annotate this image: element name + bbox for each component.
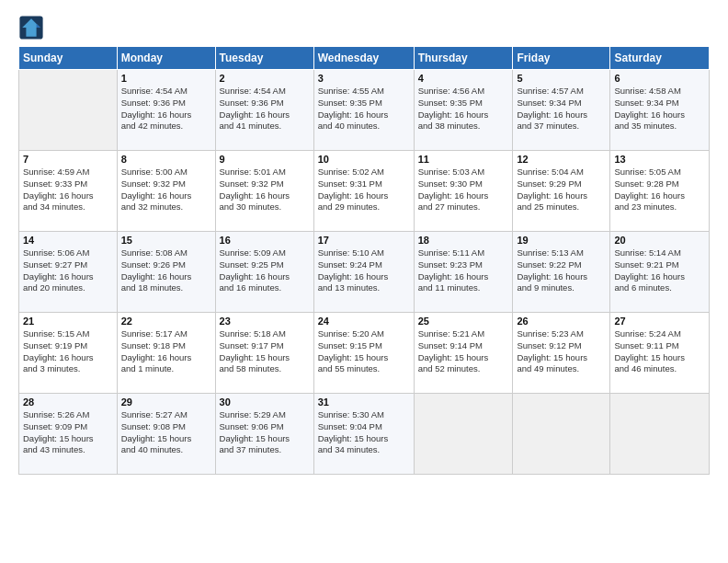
day-info: Sunrise: 4:54 AM Sunset: 9:36 PM Dayligh… [121,86,211,132]
day-info: Sunrise: 5:04 AM Sunset: 9:29 PM Dayligh… [517,167,606,213]
day-info: Sunrise: 4:57 AM Sunset: 9:34 PM Dayligh… [517,86,606,132]
day-number: 31 [318,396,410,408]
week-row-4: 28Sunrise: 5:26 AM Sunset: 9:09 PM Dayli… [19,394,710,475]
day-number: 19 [517,235,606,246]
day-info: Sunrise: 5:02 AM Sunset: 9:31 PM Dayligh… [318,167,410,213]
day-info: Sunrise: 5:27 AM Sunset: 9:08 PM Dayligh… [121,409,211,456]
week-row-0: 1Sunrise: 4:54 AM Sunset: 9:36 PM Daylig… [19,70,710,151]
day-info: Sunrise: 5:11 AM Sunset: 9:23 PM Dayligh… [418,247,509,294]
calendar: SundayMondayTuesdayWednesdayThursdayFrid… [18,46,710,475]
day-info: Sunrise: 5:24 AM Sunset: 9:11 PM Dayligh… [614,328,705,375]
day-cell: 27Sunrise: 5:24 AM Sunset: 9:11 PM Dayli… [610,313,710,394]
calendar-header: SundayMondayTuesdayWednesdayThursdayFrid… [19,47,710,70]
day-cell: 10Sunrise: 5:02 AM Sunset: 9:31 PM Dayli… [313,151,414,232]
day-number: 3 [318,73,410,84]
header-row: SundayMondayTuesdayWednesdayThursdayFrid… [19,47,710,70]
col-header-saturday: Saturday [610,47,710,70]
header [18,15,710,40]
day-number: 24 [318,316,410,327]
day-number: 15 [121,235,211,246]
logo-icon [18,15,44,40]
col-header-tuesday: Tuesday [215,47,313,70]
day-info: Sunrise: 5:30 AM Sunset: 9:04 PM Dayligh… [318,409,410,456]
day-cell [414,394,513,475]
day-number: 12 [517,154,606,165]
col-header-thursday: Thursday [414,47,513,70]
col-header-friday: Friday [513,47,610,70]
day-cell: 16Sunrise: 5:09 AM Sunset: 9:25 PM Dayli… [215,232,313,313]
day-info: Sunrise: 4:55 AM Sunset: 9:35 PM Dayligh… [318,86,410,132]
day-cell: 21Sunrise: 5:15 AM Sunset: 9:19 PM Dayli… [19,313,118,394]
day-info: Sunrise: 5:06 AM Sunset: 9:27 PM Dayligh… [23,247,113,294]
day-cell [19,70,118,151]
day-number: 10 [318,154,410,165]
day-cell: 17Sunrise: 5:10 AM Sunset: 9:24 PM Dayli… [313,232,414,313]
day-info: Sunrise: 5:05 AM Sunset: 9:28 PM Dayligh… [614,167,705,213]
day-cell: 13Sunrise: 5:05 AM Sunset: 9:28 PM Dayli… [610,151,710,232]
day-number: 21 [23,316,113,327]
day-cell: 11Sunrise: 5:03 AM Sunset: 9:30 PM Dayli… [414,151,513,232]
day-number: 29 [121,396,211,408]
day-info: Sunrise: 5:10 AM Sunset: 9:24 PM Dayligh… [318,247,410,294]
day-info: Sunrise: 5:18 AM Sunset: 9:17 PM Dayligh… [220,328,310,375]
day-info: Sunrise: 5:01 AM Sunset: 9:32 PM Dayligh… [220,167,310,213]
day-number: 7 [23,154,113,165]
day-cell: 22Sunrise: 5:17 AM Sunset: 9:18 PM Dayli… [117,313,215,394]
day-info: Sunrise: 5:29 AM Sunset: 9:06 PM Dayligh… [220,409,310,456]
week-row-3: 21Sunrise: 5:15 AM Sunset: 9:19 PM Dayli… [19,313,710,394]
day-info: Sunrise: 5:09 AM Sunset: 9:25 PM Dayligh… [220,247,310,294]
day-cell: 12Sunrise: 5:04 AM Sunset: 9:29 PM Dayli… [513,151,610,232]
day-number: 13 [614,154,705,165]
day-cell [610,394,710,475]
day-number: 23 [220,316,310,327]
day-cell: 14Sunrise: 5:06 AM Sunset: 9:27 PM Dayli… [19,232,118,313]
day-number: 1 [121,73,211,84]
day-info: Sunrise: 5:21 AM Sunset: 9:14 PM Dayligh… [418,328,509,375]
col-header-sunday: Sunday [19,47,118,70]
col-header-monday: Monday [117,47,215,70]
day-number: 14 [23,235,113,246]
week-row-1: 7Sunrise: 4:59 AM Sunset: 9:33 PM Daylig… [19,151,710,232]
day-number: 9 [220,154,310,165]
day-cell: 20Sunrise: 5:14 AM Sunset: 9:21 PM Dayli… [610,232,710,313]
day-number: 2 [220,73,310,84]
day-number: 5 [517,73,606,84]
day-info: Sunrise: 4:59 AM Sunset: 9:33 PM Dayligh… [23,167,113,213]
day-info: Sunrise: 4:58 AM Sunset: 9:34 PM Dayligh… [614,86,705,132]
day-cell: 28Sunrise: 5:26 AM Sunset: 9:09 PM Dayli… [19,394,118,475]
day-cell: 3Sunrise: 4:55 AM Sunset: 9:35 PM Daylig… [313,70,414,151]
day-cell: 23Sunrise: 5:18 AM Sunset: 9:17 PM Dayli… [215,313,313,394]
day-number: 27 [614,316,705,327]
day-cell: 15Sunrise: 5:08 AM Sunset: 9:26 PM Dayli… [117,232,215,313]
day-number: 17 [318,235,410,246]
day-number: 11 [418,154,509,165]
day-cell: 18Sunrise: 5:11 AM Sunset: 9:23 PM Dayli… [414,232,513,313]
day-cell: 30Sunrise: 5:29 AM Sunset: 9:06 PM Dayli… [215,394,313,475]
day-cell: 19Sunrise: 5:13 AM Sunset: 9:22 PM Dayli… [513,232,610,313]
day-cell [513,394,610,475]
day-info: Sunrise: 5:13 AM Sunset: 9:22 PM Dayligh… [517,247,606,294]
day-number: 22 [121,316,211,327]
day-number: 16 [220,235,310,246]
day-number: 18 [418,235,509,246]
page: SundayMondayTuesdayWednesdayThursdayFrid… [0,0,728,563]
day-number: 28 [23,396,113,408]
day-cell: 25Sunrise: 5:21 AM Sunset: 9:14 PM Dayli… [414,313,513,394]
day-info: Sunrise: 4:56 AM Sunset: 9:35 PM Dayligh… [418,86,509,132]
col-header-wednesday: Wednesday [313,47,414,70]
day-cell: 31Sunrise: 5:30 AM Sunset: 9:04 PM Dayli… [313,394,414,475]
day-cell: 26Sunrise: 5:23 AM Sunset: 9:12 PM Dayli… [513,313,610,394]
day-cell: 5Sunrise: 4:57 AM Sunset: 9:34 PM Daylig… [513,70,610,151]
day-info: Sunrise: 5:00 AM Sunset: 9:32 PM Dayligh… [121,167,211,213]
day-info: Sunrise: 5:26 AM Sunset: 9:09 PM Dayligh… [23,409,113,456]
day-info: Sunrise: 5:17 AM Sunset: 9:18 PM Dayligh… [121,328,211,375]
day-number: 25 [418,316,509,327]
day-info: Sunrise: 4:54 AM Sunset: 9:36 PM Dayligh… [220,86,310,132]
day-info: Sunrise: 5:20 AM Sunset: 9:15 PM Dayligh… [318,328,410,375]
day-cell: 2Sunrise: 4:54 AM Sunset: 9:36 PM Daylig… [215,70,313,151]
day-cell: 1Sunrise: 4:54 AM Sunset: 9:36 PM Daylig… [117,70,215,151]
day-number: 30 [220,396,310,408]
day-number: 6 [614,73,705,84]
day-number: 26 [517,316,606,327]
day-cell: 4Sunrise: 4:56 AM Sunset: 9:35 PM Daylig… [414,70,513,151]
